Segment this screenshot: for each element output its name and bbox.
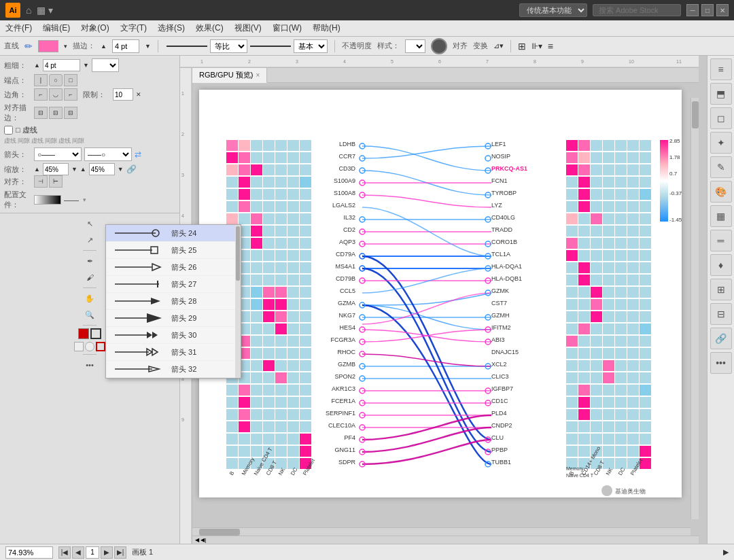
tab-close-icon[interactable]: × [256,71,260,79]
brushes-panel-btn[interactable]: ✎ [710,156,732,178]
scale-right-up[interactable]: ▲ [80,166,86,173]
base-select[interactable]: 基本 [294,39,328,53]
links-btn[interactable]: 🔗 [710,328,732,349]
menu-help[interactable]: 帮助(H) [311,22,342,34]
align-tip[interactable]: ⊢ [49,175,63,188]
arrow-item-32[interactable]: 箭头 32 [106,361,241,378]
stroke-weight-input[interactable] [112,39,139,53]
canvas-tab[interactable]: RGB/GPU 预览) × [192,68,267,83]
weight-input[interactable] [43,59,80,71]
status-more[interactable]: ▶ [723,548,729,557]
close-button[interactable]: ✕ [716,4,729,16]
horizontal-scrollbar[interactable] [192,527,691,536]
vertex-butt[interactable]: | [34,74,48,86]
taper-down[interactable]: ▼ [145,43,151,50]
vertical-scrollbar[interactable] [691,98,699,519]
properties-panel-btn[interactable]: ⬒ [710,83,732,105]
profile-dropdown-icon[interactable]: ▾ [83,196,86,203]
transform-panel-btn[interactable]: ◻ [710,107,732,129]
menu-file[interactable]: 文件(F) [4,22,33,34]
taper-up[interactable]: ▲ [101,43,107,50]
taper-select[interactable]: 等比 [210,39,247,53]
brush-tool[interactable]: 🖌 [82,270,97,285]
arrow-item-30[interactable]: 箭头 30 [106,327,241,344]
arrow-item-28[interactable]: 箭头 28 [106,293,241,310]
restore-button[interactable]: □ [701,4,714,16]
stroke-color[interactable] [38,40,58,52]
menu-window[interactable]: 窗口(W) [271,22,303,34]
gradient-panel-btn[interactable]: ▦ [710,205,732,227]
scale-link-icon[interactable]: 🔗 [126,164,137,174]
fill-color[interactable] [78,328,89,339]
stroke-color-box[interactable] [90,328,101,339]
stroke-mode[interactable] [96,342,105,351]
scale-right-down[interactable]: ▼ [118,166,124,173]
menu-text[interactable]: 文字(T) [119,22,148,34]
arrow-end-select[interactable]: ——○ [84,147,132,161]
scale-right-input[interactable] [89,163,115,175]
corner-round[interactable]: ◡ [49,88,63,101]
arrow-item-24[interactable]: 箭头 24 [106,225,241,242]
arrow-item-31[interactable]: 箭头 31 [106,344,241,361]
menu-select[interactable]: 选择(S) [156,22,186,34]
corner-bevel[interactable]: ⌐ [64,88,77,101]
page-last[interactable]: ▶| [114,546,126,559]
corner-miter[interactable]: ⌐ [34,88,48,101]
arrow-swap-icon[interactable]: ⇄ [135,150,141,159]
page-first[interactable]: |◀ [58,546,71,559]
stroke-panel-btn[interactable]: ═ [710,230,732,251]
page-number-input[interactable] [86,546,99,559]
more-tools[interactable]: ••• [82,357,97,372]
dashed-checkbox[interactable] [4,126,13,135]
dropdown-scrollbar[interactable] [235,225,241,378]
stock-search[interactable] [593,4,681,16]
page-next[interactable]: ▶ [101,546,113,559]
color-panel-btn[interactable]: 🎨 [710,181,732,203]
arrow-item-27[interactable]: 箭头 27 [106,276,241,293]
weight-unit-select[interactable] [92,58,119,72]
appearance-panel-btn[interactable]: ✦ [710,132,732,154]
vertex-round[interactable]: ○ [49,74,63,86]
normal-mode[interactable] [74,342,84,351]
direct-select-tool[interactable]: ↗ [82,232,97,247]
selection-tool[interactable]: ↖ [82,216,97,231]
align-outside[interactable]: ⊟ [64,107,77,119]
arrow-item-25[interactable]: 箭头 25 [106,242,241,259]
dropdown-scroll-thumb[interactable] [236,226,240,281]
limit-close[interactable]: ✕ [136,91,141,98]
vertex-square[interactable]: □ [64,74,77,86]
align-right-icon[interactable]: ⊪▾ [531,41,542,51]
stroke-options-icon[interactable]: ▾ [64,43,67,50]
scale-left-input[interactable] [43,163,69,175]
layers-panel-btn[interactable]: ≡ [710,58,732,80]
menu-view[interactable]: 视图(V) [233,22,263,34]
page-nav-prev[interactable]: ◀ ◀| [195,537,206,543]
scroll-thumb-h[interactable] [199,529,240,536]
menu-edit[interactable]: 编辑(E) [41,22,71,34]
more-icon[interactable]: ≡ [548,41,553,52]
symbols-panel-btn[interactable]: ♦ [710,254,732,276]
transform-icon[interactable]: ⊿▾ [493,41,504,50]
menu-object[interactable]: 对象(O) [80,22,110,34]
fill-mode[interactable] [85,342,94,351]
align-path[interactable]: ⊣ [34,175,48,188]
workspace-select[interactable]: 传统基本功能 [519,3,587,17]
weight-up[interactable]: ▲ [34,62,40,69]
hand-tool[interactable]: ✋ [82,291,97,306]
align-inside[interactable]: ⊟ [49,107,63,119]
home-icon[interactable]: ⌂ [26,5,31,16]
pen-tool[interactable]: ✒ [82,253,97,268]
limit-input[interactable] [113,88,133,101]
weight-down[interactable]: ▼ [83,62,89,69]
scale-left-down[interactable]: ▼ [71,166,77,173]
zoom-input[interactable] [5,546,53,559]
arrow-item-26[interactable]: 箭头 26 [106,259,241,276]
scale-left-up[interactable]: ▲ [34,166,40,173]
color-wheel[interactable] [431,38,447,54]
menu-effect[interactable]: 效果(C) [194,22,225,34]
more-btn[interactable]: ••• [710,352,732,374]
pathfinder-btn[interactable]: ⊟ [710,303,732,325]
arrow-start-select[interactable]: ○—— [34,147,82,161]
grid-icon[interactable]: ⊞ [518,41,526,52]
page-prev[interactable]: ◀ [72,546,84,559]
